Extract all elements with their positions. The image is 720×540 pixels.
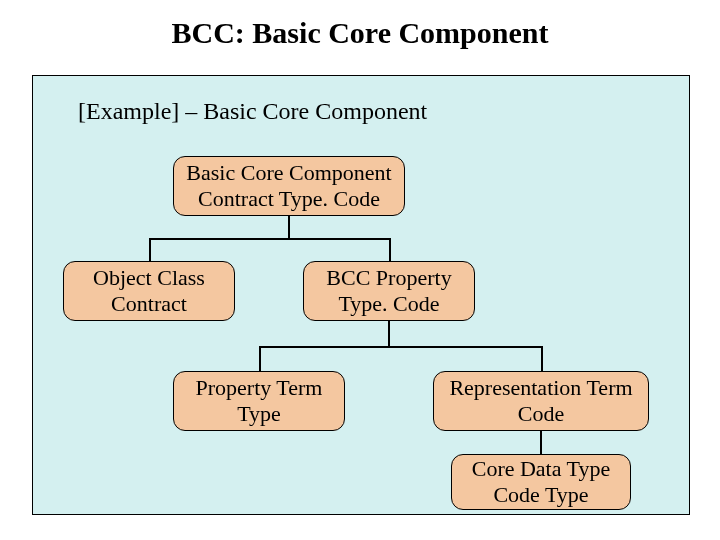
node-bcc-property-line1: BCC Property [326, 265, 451, 291]
node-representation-term-line1: Representation Term [449, 375, 632, 401]
node-core-data-type: Core Data Type Code Type [451, 454, 631, 510]
page-title: BCC: Basic Core Component [0, 16, 720, 50]
node-root: Basic Core Component Contract Type. Code [173, 156, 405, 216]
node-core-data-type-line1: Core Data Type [472, 456, 611, 482]
node-core-data-type-line2: Code Type [493, 482, 588, 508]
node-root-line1: Basic Core Component [186, 160, 391, 186]
example-panel: [Example] – Basic Core Component Basic C… [32, 75, 690, 515]
node-property-term-line2: Type [237, 401, 281, 427]
connector [540, 431, 542, 454]
node-property-term-line1: Property Term [196, 375, 323, 401]
node-object-class-line1: Object Class [93, 265, 205, 291]
node-bcc-property-line2: Type. Code [338, 291, 439, 317]
node-property-term: Property Term Type [173, 371, 345, 431]
connector [259, 346, 261, 371]
connector [288, 216, 290, 238]
connector [259, 346, 541, 348]
example-subtitle: [Example] – Basic Core Component [78, 98, 427, 125]
node-root-line2: Contract Type. Code [198, 186, 380, 212]
node-representation-term-line2: Code [518, 401, 564, 427]
connector [541, 346, 543, 371]
connector [149, 238, 151, 261]
diagram-canvas: BCC: Basic Core Component [Example] – Ba… [0, 0, 720, 540]
connector [388, 321, 390, 346]
connector [149, 238, 389, 240]
node-bcc-property: BCC Property Type. Code [303, 261, 475, 321]
node-representation-term: Representation Term Code [433, 371, 649, 431]
node-object-class: Object Class Contract [63, 261, 235, 321]
node-object-class-line2: Contract [111, 291, 187, 317]
connector [389, 238, 391, 261]
